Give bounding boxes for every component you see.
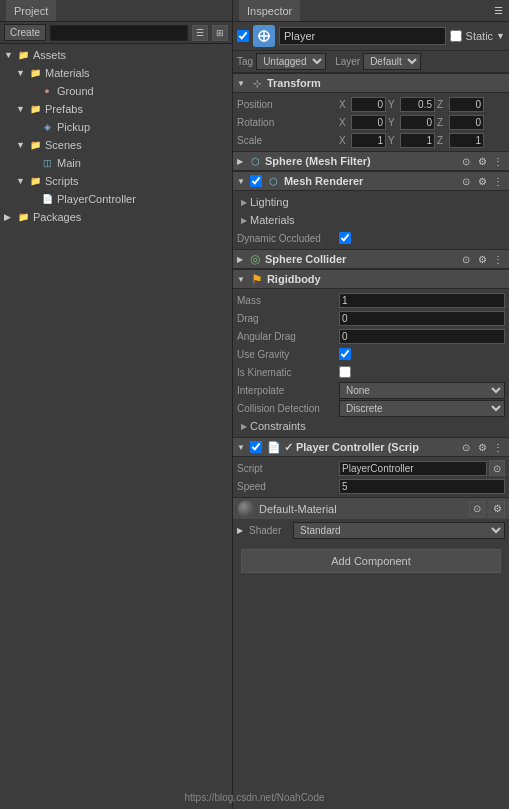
material-header: Default-Material ⊙ ⚙ <box>233 497 509 519</box>
go-name-input[interactable] <box>279 27 446 45</box>
go-icon <box>253 25 275 47</box>
pickup-item[interactable]: ◈ Pickup <box>0 118 232 136</box>
scale-x-input[interactable] <box>351 133 386 148</box>
rot-z-input[interactable] <box>449 115 484 130</box>
packages-folder-icon: 📁 <box>16 210 30 224</box>
main-scene[interactable]: ◫ Main <box>0 154 232 172</box>
mesh-filter-header[interactable]: ▶ ⬡ Sphere (Mesh Filter) ⊙ ⚙ ⋮ <box>233 151 509 171</box>
constraints-sub-header[interactable]: ▶ Constraints <box>237 417 505 435</box>
mesh-filter-settings-btn[interactable]: ⚙ <box>475 154 489 168</box>
dynamic-occluded-checkbox[interactable] <box>339 232 351 244</box>
mesh-renderer-checkbox[interactable] <box>250 175 262 187</box>
sphere-collider-arrow: ▶ <box>237 255 243 264</box>
pc-checkbox[interactable] <box>250 441 262 453</box>
inspector-menu-icon[interactable]: ☰ <box>494 5 503 16</box>
pos-x-input[interactable] <box>351 97 386 112</box>
prefabs-folder[interactable]: ▼ 📁 Prefabs <box>0 100 232 118</box>
materials-sub-header[interactable]: ▶ Materials <box>237 211 505 229</box>
layer-dropdown[interactable]: Default <box>363 53 421 70</box>
packages-arrow: ▶ <box>4 212 16 222</box>
pc-ref-btn[interactable]: ⊙ <box>459 440 473 454</box>
inspector-tab[interactable]: Inspector <box>239 0 300 21</box>
material-ref-btn[interactable]: ⊙ <box>469 501 485 517</box>
layer-label: Layer <box>335 56 360 67</box>
scripts-label: Scripts <box>45 175 79 187</box>
ground-icon: ● <box>40 84 54 98</box>
drag-input[interactable] <box>339 311 505 326</box>
script-input[interactable] <box>339 461 487 476</box>
use-gravity-checkbox[interactable] <box>339 348 351 360</box>
pos-y-input[interactable] <box>400 97 435 112</box>
assets-root[interactable]: ▼ 📁 Assets <box>0 46 232 64</box>
assets-folder-icon: 📁 <box>16 48 30 62</box>
script-ref-btn[interactable]: ⊙ <box>489 460 505 476</box>
player-controller-header[interactable]: ▼ 📄 ✓ Player Controller (Scrip ⊙ ⚙ ⋮ <box>233 437 509 457</box>
grid-view-icon[interactable]: ⊞ <box>212 25 228 41</box>
player-controller-script[interactable]: 📄 PlayerController <box>0 190 232 208</box>
shader-row: ▶ Shader Standard <box>237 521 505 539</box>
scale-y-input[interactable] <box>400 133 435 148</box>
ground-item[interactable]: ● Ground <box>0 82 232 100</box>
static-dropdown-arrow[interactable]: ▼ <box>496 31 505 41</box>
angular-drag-label: Angular Drag <box>237 331 337 342</box>
mesh-renderer-header[interactable]: ▼ ⬡ Mesh Renderer ⊙ ⚙ ⋮ <box>233 171 509 191</box>
assets-label: Assets <box>33 49 66 61</box>
scenes-folder-icon: 📁 <box>28 138 42 152</box>
search-input[interactable] <box>50 25 188 41</box>
list-view-icon[interactable]: ☰ <box>192 25 208 41</box>
sphere-collider-menu-btn[interactable]: ⋮ <box>491 252 505 266</box>
packages-folder[interactable]: ▶ 📁 Packages <box>0 208 232 226</box>
scale-xyz: X Y Z <box>339 133 505 148</box>
sphere-collider-settings-btn[interactable]: ⚙ <box>475 252 489 266</box>
mesh-renderer-settings-btn[interactable]: ⚙ <box>475 174 489 188</box>
angular-drag-input[interactable] <box>339 329 505 344</box>
go-active-checkbox[interactable] <box>237 30 249 42</box>
mesh-renderer-ref-btn[interactable]: ⊙ <box>459 174 473 188</box>
speed-input[interactable] <box>339 479 505 494</box>
materials-arrow: ▼ <box>16 68 28 78</box>
is-kinematic-checkbox[interactable] <box>339 366 351 378</box>
rot-x-input[interactable] <box>351 115 386 130</box>
player-controller-label: PlayerController <box>57 193 136 205</box>
transform-collapse-arrow: ▼ <box>237 79 245 88</box>
mass-input[interactable] <box>339 293 505 308</box>
project-panel-header: Project <box>0 0 232 22</box>
mesh-filter-menu-btn[interactable]: ⋮ <box>491 154 505 168</box>
add-component-button[interactable]: Add Component <box>241 549 501 573</box>
scale-z-input[interactable] <box>449 133 484 148</box>
interpolate-dropdown[interactable]: None <box>339 382 505 399</box>
material-settings-btn[interactable]: ⚙ <box>489 501 505 517</box>
scripts-folder[interactable]: ▼ 📁 Scripts <box>0 172 232 190</box>
pc-script-icon: 📄 <box>267 440 281 454</box>
lighting-sub-header[interactable]: ▶ Lighting <box>237 193 505 211</box>
pc-settings-btn[interactable]: ⚙ <box>475 440 489 454</box>
rot-y-input[interactable] <box>400 115 435 130</box>
project-panel: Project Create ☰ ⊞ ▼ 📁 Assets ▼ 📁 Materi… <box>0 0 233 809</box>
project-tab-label: Project <box>14 5 48 17</box>
tag-dropdown[interactable]: Untagged <box>256 53 326 70</box>
project-toolbar: Create ☰ ⊞ <box>0 22 232 44</box>
material-body: ▶ Shader Standard <box>233 519 509 541</box>
create-button[interactable]: Create <box>4 24 46 41</box>
sphere-collider-header[interactable]: ▶ ◎ Sphere Collider ⊙ ⚙ ⋮ <box>233 249 509 269</box>
static-checkbox[interactable] <box>450 30 462 42</box>
transform-header[interactable]: ▼ ⊹ Transform <box>233 73 509 93</box>
mesh-renderer-menu-btn[interactable]: ⋮ <box>491 174 505 188</box>
rigidbody-header[interactable]: ▼ ⚑ Rigidbody <box>233 269 509 289</box>
pc-menu-btn[interactable]: ⋮ <box>491 440 505 454</box>
scenes-folder[interactable]: ▼ 📁 Scenes <box>0 136 232 154</box>
constraints-arrow: ▶ <box>241 422 247 431</box>
materials-folder[interactable]: ▼ 📁 Materials <box>0 64 232 82</box>
use-gravity-label: Use Gravity <box>237 349 337 360</box>
inspector-tab-label: Inspector <box>247 5 292 17</box>
mesh-renderer-arrow: ▼ <box>237 177 245 186</box>
mesh-renderer-body: ▶ Lighting ▶ Materials Dynamic Occluded <box>233 191 509 249</box>
shader-dropdown[interactable]: Standard <box>293 522 505 539</box>
sphere-collider-ref-btn[interactable]: ⊙ <box>459 252 473 266</box>
sphere-collider-btns: ⊙ ⚙ ⋮ <box>459 252 505 266</box>
project-tab[interactable]: Project <box>6 0 56 21</box>
scenes-arrow: ▼ <box>16 140 28 150</box>
collision-dropdown[interactable]: Discrete <box>339 400 505 417</box>
pos-z-input[interactable] <box>449 97 484 112</box>
mesh-filter-ref-btn[interactable]: ⊙ <box>459 154 473 168</box>
